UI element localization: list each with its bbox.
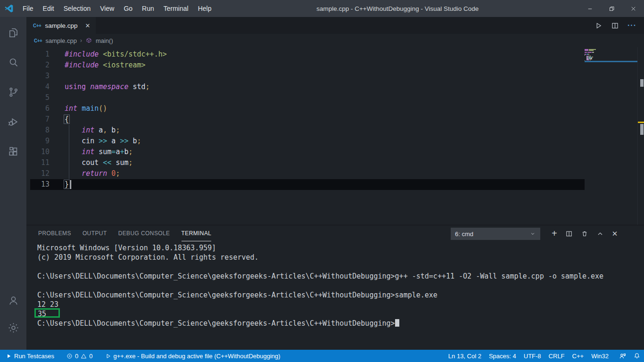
error-count: 0 bbox=[75, 353, 78, 360]
menu-go[interactable]: Go bbox=[119, 0, 137, 17]
problems-indicator[interactable]: 0 0 bbox=[63, 350, 96, 362]
run-icon[interactable] bbox=[594, 22, 603, 30]
code-line-11[interactable]: cout << sum; bbox=[26, 157, 583, 168]
menu-file[interactable]: File bbox=[18, 0, 38, 17]
new-terminal-icon[interactable]: + bbox=[552, 230, 557, 239]
cpp-file-icon: C++ bbox=[33, 23, 41, 28]
terminal-output[interactable]: Microsoft Windows [Version 10.0.18363.95… bbox=[37, 243, 637, 350]
vscode-window: FileEditSelectionViewGoRunTerminalHelp s… bbox=[0, 0, 644, 362]
overview-ruler[interactable] bbox=[637, 47, 644, 225]
scrollbar-thumb bbox=[640, 124, 644, 135]
code-line-6[interactable]: int main() bbox=[26, 103, 583, 114]
status-encoding[interactable]: UTF-8 bbox=[520, 350, 545, 362]
cpp-file-icon: C++ bbox=[34, 38, 42, 43]
tab-sample-cpp[interactable]: C++ sample.cpp ✕ bbox=[26, 17, 96, 34]
menu-selection[interactable]: Selection bbox=[59, 0, 96, 17]
code-line-9[interactable]: cin >> a >> b; bbox=[26, 136, 583, 147]
code-editor[interactable]: 1#include <bits/stdc++.h>2#include <iost… bbox=[26, 47, 644, 225]
panel-tab-problems[interactable]: PROBLEMS bbox=[38, 225, 71, 241]
code-line-7[interactable]: { bbox=[26, 114, 583, 125]
minimize-window-button[interactable] bbox=[579, 0, 601, 17]
split-terminal-icon[interactable] bbox=[565, 230, 573, 238]
activity-extensions-icon[interactable] bbox=[0, 140, 26, 163]
close-panel-icon[interactable]: ✕ bbox=[612, 230, 618, 238]
terminal-line: C:\Users\DELL\Documents\Computer_Science… bbox=[37, 272, 637, 281]
editor-actions: ··· bbox=[594, 17, 644, 34]
code-line-2[interactable]: #include <iostream> bbox=[26, 60, 583, 71]
debug-launch-label: g++.exe - Build and debug active file (C… bbox=[114, 353, 281, 360]
chevron-down-icon bbox=[529, 230, 536, 237]
terminal-line: C:\Users\DELL\Documents\Computer_Science… bbox=[37, 290, 637, 300]
breadcrumb-file[interactable]: sample.cpp bbox=[45, 37, 76, 44]
status-eol[interactable]: CRLF bbox=[545, 350, 569, 362]
menu-terminal[interactable]: Terminal bbox=[159, 0, 193, 17]
editor-caret bbox=[70, 180, 71, 189]
menu-edit[interactable]: Edit bbox=[38, 0, 59, 17]
scrollbar-thumb bbox=[640, 79, 644, 87]
activity-bar bbox=[0, 17, 26, 350]
minimap[interactable] bbox=[585, 49, 637, 106]
status-indentation[interactable]: Spaces: 4 bbox=[485, 350, 520, 362]
warning-count: 0 bbox=[89, 353, 92, 360]
activity-search-icon[interactable] bbox=[0, 50, 26, 74]
kill-terminal-icon[interactable] bbox=[581, 230, 588, 238]
breadcrumb-separator: › bbox=[80, 37, 82, 44]
window-title: sample.cpp - C++WithoutDebugging - Visua… bbox=[216, 5, 579, 12]
terminal-line: (c) 2019 Microsoft Corporation. All righ… bbox=[37, 253, 637, 262]
code-line-13[interactable]: } bbox=[26, 179, 583, 190]
run-testcases-label: Run Testcases bbox=[14, 353, 54, 360]
activity-explorer-icon[interactable] bbox=[0, 21, 26, 44]
breadcrumb: C++ sample.cpp › main() bbox=[26, 34, 644, 47]
debug-launch-button[interactable]: g++.exe - Build and debug active file (C… bbox=[101, 350, 284, 362]
code-line-8[interactable]: int a, b; bbox=[26, 125, 583, 136]
code-line-3[interactable] bbox=[26, 71, 583, 82]
tab-label: sample.cpp bbox=[45, 22, 77, 29]
terminal-line: 35 bbox=[37, 309, 637, 319]
panel-tab-output[interactable]: OUTPUT bbox=[83, 225, 107, 241]
code-line-10[interactable]: int sum=a+b; bbox=[26, 147, 583, 157]
feedback-button[interactable] bbox=[615, 350, 630, 362]
warning-icon bbox=[81, 353, 87, 359]
run-testcases-button[interactable]: Run Testcases bbox=[2, 350, 58, 362]
maximize-panel-icon[interactable] bbox=[596, 230, 604, 238]
error-icon bbox=[66, 353, 73, 359]
more-actions-icon[interactable]: ··· bbox=[627, 21, 636, 30]
activity-manage-icon[interactable] bbox=[0, 316, 26, 339]
warning-mark bbox=[638, 122, 644, 123]
terminal-select[interactable]: 6: cmd bbox=[451, 228, 540, 240]
window-controls bbox=[579, 0, 644, 17]
menu-help[interactable]: Help bbox=[193, 0, 216, 17]
close-window-button[interactable] bbox=[622, 0, 644, 17]
status-cursor-position[interactable]: Ln 13, Col 2 bbox=[445, 350, 485, 362]
feedback-smiley-icon bbox=[619, 353, 626, 360]
code-line-5[interactable] bbox=[26, 92, 583, 103]
breadcrumb-symbol[interactable]: main() bbox=[96, 37, 113, 44]
split-editor-icon[interactable] bbox=[611, 22, 619, 30]
symbol-cube-icon bbox=[85, 37, 92, 44]
status-platform[interactable]: Win32 bbox=[587, 350, 612, 362]
terminal-line bbox=[37, 281, 637, 290]
panel-tab-terminal[interactable]: TERMINAL bbox=[182, 225, 212, 241]
bell-icon bbox=[634, 353, 640, 359]
menu-view[interactable]: View bbox=[95, 0, 119, 17]
code-line-12[interactable]: return 0; bbox=[26, 168, 583, 179]
code-line-1[interactable]: #include <bits/stdc++.h> bbox=[26, 49, 583, 60]
activity-source-control-icon[interactable] bbox=[0, 80, 26, 104]
panel-tab-debug-console[interactable]: DEBUG CONSOLE bbox=[118, 225, 170, 241]
activity-account-icon[interactable] bbox=[0, 288, 26, 312]
notifications-button[interactable] bbox=[630, 350, 644, 362]
menu-run[interactable]: Run bbox=[137, 0, 159, 17]
code-line-4[interactable]: using namespace std; bbox=[26, 82, 583, 92]
bottom-panel: PROBLEMSOUTPUTDEBUG CONSOLETERMINAL 6: c… bbox=[26, 225, 644, 350]
activity-run-and-debug-icon[interactable] bbox=[0, 110, 26, 133]
highlighted-output: 35 bbox=[34, 308, 60, 318]
terminal-line: Microsoft Windows [Version 10.0.18363.95… bbox=[37, 243, 637, 253]
vscode-logo-icon bbox=[0, 4, 18, 13]
panel-actions: +✕ bbox=[552, 230, 618, 239]
terminal-line bbox=[37, 262, 637, 272]
terminal-select-value: 6: cmd bbox=[455, 230, 473, 238]
status-language-mode[interactable]: C++ bbox=[569, 350, 588, 362]
restore-window-button[interactable] bbox=[601, 0, 622, 17]
tab-close-icon[interactable]: ✕ bbox=[85, 22, 90, 29]
terminal-line: 12 23 bbox=[37, 300, 637, 309]
